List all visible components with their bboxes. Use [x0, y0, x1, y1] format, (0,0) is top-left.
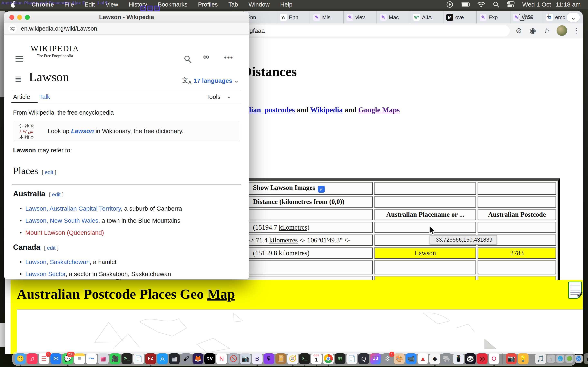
dock-icon-leather-book-app[interactable]: 📔: [276, 353, 286, 364]
kilometres-link[interactable]: kilometres: [269, 236, 298, 244]
edit-link[interactable]: edit: [52, 192, 61, 198]
search-icon[interactable]: [184, 55, 192, 63]
notepad-icon[interactable]: ✏: [568, 282, 582, 299]
placename-cell-lawson[interactable]: Lawson: [374, 247, 476, 259]
browser-tab[interactable]: W³ AJA: [410, 11, 443, 24]
popup-title-bar[interactable]: Lawson - Wikipedia: [4, 12, 249, 23]
dock-icon-chrome[interactable]: [323, 353, 334, 364]
browser-tab[interactable]: M ove: [443, 11, 476, 24]
dock-icon-libreoffice[interactable]: 📄: [133, 353, 144, 364]
dock-icon-min-window-green[interactable]: 🟢: [565, 355, 573, 363]
more-options-icon[interactable]: •••: [224, 53, 233, 61]
dock-icon-dial-app[interactable]: ◎: [477, 353, 488, 364]
dock-icon-tips[interactable]: 💡: [518, 353, 528, 364]
place-link[interactable]: Lawson Sector: [25, 271, 66, 277]
tab-talk[interactable]: Talk: [39, 93, 50, 100]
place-link[interactable]: Lawson, Saskatchewan: [25, 259, 90, 265]
edit-link[interactable]: edit: [47, 245, 56, 251]
dock-icon-music[interactable]: ♫: [27, 353, 38, 364]
place-link[interactable]: Lawson, New South Wales: [25, 217, 98, 224]
popup-url-bar[interactable]: en.wikipedia.org/wiki/Lawson: [4, 23, 249, 35]
screen-mirroring-icon[interactable]: [446, 1, 453, 8]
dock-icon-min-window-blue[interactable]: 🌐: [556, 355, 564, 363]
menu-edit[interactable]: Edit: [85, 1, 95, 8]
battery-icon[interactable]: [461, 2, 470, 7]
bookmark-star-icon[interactable]: ☆: [544, 26, 550, 35]
hamburger-menu-icon[interactable]: [16, 56, 23, 62]
dock-icon-calendar[interactable]: OCT1: [311, 353, 322, 364]
dock-icon-mail[interactable]: ✉: [51, 353, 61, 364]
spotlight-search-icon[interactable]: [493, 1, 499, 8]
dock-icon-inkscape[interactable]: ◆: [429, 353, 440, 364]
dock-icon-safari[interactable]: 🧭: [287, 353, 298, 364]
profile-avatar[interactable]: [557, 25, 567, 36]
browser-menu-kebab-icon[interactable]: ⋮: [573, 26, 580, 34]
kilometres-link[interactable]: kilometres: [279, 224, 307, 231]
tools-dropdown[interactable]: Tools: [206, 93, 221, 100]
dock-icon-clipboard-doc[interactable]: 🎵: [535, 353, 546, 364]
dock-icon-gimp[interactable]: 🖌: [181, 353, 191, 364]
languages-dropdown[interactable]: 文A 17 languages ⌄: [182, 76, 238, 85]
dock-icon-min-window-mamp[interactable]: 🐘: [547, 355, 555, 363]
dock-icon-paint-app[interactable]: 🎨: [394, 353, 405, 364]
dock-icon-firefox[interactable]: 🦊: [192, 353, 203, 364]
menu-bar-clock[interactable]: Wed 1 Oct 11:18 am: [522, 1, 581, 8]
show-images-checkbox[interactable]: ✓: [318, 186, 325, 193]
browser-tab[interactable]: W Enn: [277, 11, 310, 24]
map-link[interactable]: Map: [207, 286, 235, 302]
menu-help[interactable]: Help: [280, 1, 293, 8]
dock-icon-filezilla[interactable]: FZ: [145, 353, 156, 364]
dock-icon-bbedit[interactable]: B: [252, 353, 263, 364]
menu-tab[interactable]: Tab: [228, 1, 238, 8]
edit-link[interactable]: edit: [45, 169, 53, 175]
postcode-cell-2783[interactable]: 2783: [477, 247, 556, 259]
place-link[interactable]: Mount Lawson (Queensland): [25, 229, 104, 236]
dock-icon-settings[interactable]: ⚙1: [382, 353, 393, 364]
dock-icon-freeform[interactable]: 〜: [86, 353, 97, 364]
postcodes-link[interactable]: ralian_postcodes: [242, 106, 295, 114]
dock-icon-intellij-idea[interactable]: IJ: [370, 353, 381, 364]
new-tab-button[interactable]: +: [546, 12, 552, 21]
dock-icon-finder[interactable]: 🙂: [15, 353, 26, 364]
dock-icon-keypad-app[interactable]: ▦: [169, 353, 180, 364]
geo-map-canvas[interactable]: [17, 309, 583, 354]
site-settings-icon[interactable]: [8, 25, 17, 33]
browser-tab[interactable]: ✎ Exp: [476, 11, 510, 24]
infinity-appearance-icon[interactable]: ∞: [203, 52, 209, 62]
dock-icon-terminal-2[interactable]: ❯_: [299, 353, 310, 364]
dock-icon-iphone-mirroring[interactable]: 📱: [453, 353, 464, 364]
dock-icon-terminal-3[interactable]: ≋: [335, 353, 346, 364]
wifi-icon[interactable]: [477, 1, 485, 8]
dock-icon-libreoffice-2[interactable]: 📄: [346, 353, 357, 364]
place-link[interactable]: Lawson, Australian Capital Territory: [25, 205, 121, 212]
dock-icon-triangle-app[interactable]: ▲: [417, 353, 428, 364]
browser-tab[interactable]: ✎ Mac: [376, 11, 410, 24]
wikipedia-logo[interactable]: WIKIPEDIA The Free Encyclopedia: [31, 44, 79, 58]
tab-counter[interactable]: 39: [519, 14, 534, 21]
menu-bookmarks[interactable]: Bookmarks: [158, 1, 187, 8]
kilometres-link[interactable]: kilometres: [279, 249, 307, 257]
dock-icon-launchpad[interactable]: ▦: [98, 353, 109, 364]
dock-icon-photo-booth[interactable]: 📷: [506, 353, 517, 364]
dock-icon-notes[interactable]: ≡: [74, 353, 85, 364]
dock-icon-podcasts[interactable]: 🎙: [264, 353, 274, 364]
dock-icon-screenshot-app[interactable]: 📷: [240, 353, 251, 364]
dock-icon-apple-tv[interactable]: tv: [204, 353, 215, 364]
pointer-blocked-icon[interactable]: ⊘: [516, 26, 522, 35]
address-bar[interactable]: ?nhgfaaa: [236, 25, 510, 36]
dock-icon-mamp[interactable]: 🐘: [441, 353, 452, 364]
dock-icon-reminders[interactable]: ☰3: [39, 353, 49, 364]
dock-icon-panda-app[interactable]: 🐼: [465, 353, 476, 364]
dock-icon-messages[interactable]: 💬200: [62, 353, 73, 364]
dock-icon-blocked-cam-app[interactable]: 🚫: [228, 353, 239, 364]
dock-icon-quicktime[interactable]: Q: [358, 353, 369, 364]
contents-list-icon[interactable]: ≣: [15, 74, 22, 83]
tab-search-chevron-button[interactable]: ⌄: [567, 13, 580, 22]
google-maps-link[interactable]: Google Maps: [358, 106, 400, 114]
dock-icon-news[interactable]: N: [216, 353, 227, 364]
dock-icon-min-window-chrome[interactable]: 🌀: [575, 355, 583, 363]
menu-window[interactable]: Window: [249, 1, 269, 8]
wikipedia-link[interactable]: Wikipedia: [310, 106, 343, 114]
dock-icon-zoom[interactable]: 📹: [406, 353, 416, 364]
menu-profiles[interactable]: Profiles: [198, 1, 218, 8]
